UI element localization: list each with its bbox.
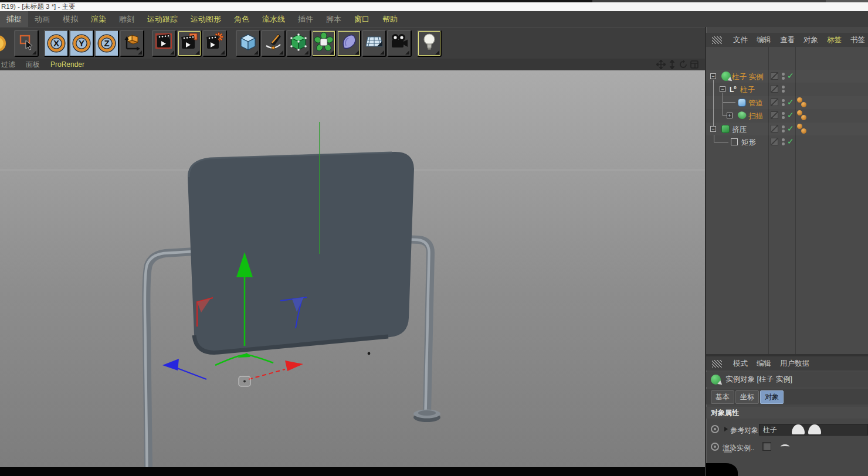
om-menu-edit[interactable]: 编辑 — [757, 35, 771, 45]
object-label[interactable]: 矩形 — [741, 138, 756, 148]
menu-item-mograph[interactable]: 运动图形 — [184, 11, 228, 27]
tab-basic[interactable]: 基本 — [711, 390, 734, 404]
menu-item-sculpt[interactable]: 雕刻 — [113, 11, 141, 27]
menu-item-window[interactable]: 窗口 — [348, 11, 376, 27]
viewport-zoom-icon[interactable] — [667, 60, 677, 69]
tree-row-pillar[interactable]: − L0 柱子 — [706, 83, 868, 96]
visibility-dots-icon[interactable] — [782, 138, 785, 146]
add-camera-button[interactable] — [387, 30, 412, 57]
keyframe-radio-icon[interactable] — [711, 425, 719, 433]
layer-swatch-icon[interactable] — [771, 85, 778, 93]
menu-item-pipeline[interactable]: 流水线 — [256, 11, 291, 27]
add-deformer-button[interactable] — [337, 30, 361, 57]
om-menu-tags[interactable]: 标签 — [827, 35, 842, 45]
panel-grip-icon[interactable] — [712, 360, 722, 368]
gizmo-z-axis[interactable] — [177, 368, 206, 379]
object-label[interactable]: 扫描 — [748, 111, 763, 121]
lock-z-axis-button[interactable]: Z — [94, 30, 119, 57]
tree-row-pillar-instance[interactable]: − 柱子 实例 ✓ — [706, 70, 868, 83]
menu-item-character[interactable]: 角色 — [228, 11, 256, 27]
expander-icon[interactable]: − — [720, 86, 725, 92]
panel-grip-icon[interactable] — [712, 36, 722, 44]
menu-item-plugins[interactable]: 插件 — [291, 11, 320, 27]
viewport-maximize-icon[interactable] — [690, 60, 699, 69]
menu-item-help[interactable]: 帮助 — [376, 11, 404, 27]
add-environment-button[interactable] — [362, 30, 386, 57]
keyframe-radio-icon[interactable] — [711, 443, 719, 451]
layer-swatch-icon[interactable] — [771, 111, 778, 119]
reference-object-row: 参考对象 柱子 — [706, 422, 868, 437]
instance-object-icon — [711, 375, 721, 385]
layer-swatch-icon[interactable] — [771, 72, 778, 80]
visibility-dots-icon[interactable] — [782, 125, 785, 133]
layer-swatch-icon[interactable] — [771, 98, 778, 106]
expander-icon[interactable]: − — [710, 73, 716, 79]
add-light-button[interactable] — [417, 30, 442, 57]
tree-row-rectangle[interactable]: 矩形 ✓ — [706, 135, 868, 148]
menu-item-script[interactable]: 脚本 — [320, 11, 348, 27]
tree-row-tube[interactable]: 管道 ✓ — [706, 96, 868, 109]
attribute-title-row: 实例对象 [柱子 实例] — [706, 372, 868, 387]
om-menu-view[interactable]: 查看 — [780, 35, 795, 45]
am-menu-edit[interactable]: 编辑 — [757, 359, 771, 369]
render-settings-button[interactable] — [202, 30, 227, 57]
gizmo-x-axis[interactable] — [249, 369, 285, 379]
tag-icons[interactable] — [797, 123, 809, 135]
enable-check-icon[interactable]: ✓ — [787, 137, 794, 146]
object-label[interactable]: 挤压 — [732, 125, 747, 135]
visibility-dots-icon[interactable] — [782, 73, 785, 80]
viewport-menu-panel[interactable]: 面板 — [26, 60, 40, 70]
viewport-3d[interactable] — [0, 70, 705, 467]
live-selection-icon[interactable] — [0, 30, 9, 57]
expander-icon[interactable]: + — [727, 113, 733, 118]
cinema4d-window: R19) - [未标题 3 *] - 主要 捕捉 动画 模拟 渲染 雕刻 运动跟… — [0, 0, 868, 476]
expander-icon[interactable]: − — [710, 126, 716, 132]
enable-check-icon[interactable]: ✓ — [787, 71, 794, 80]
render-instance-row: 渲染实例.. — [706, 440, 868, 455]
viewport-move-icon[interactable] — [656, 60, 666, 69]
visibility-dots-icon[interactable] — [782, 112, 785, 120]
enable-check-icon[interactable]: ✓ — [787, 124, 794, 133]
coordinate-system-button[interactable] — [120, 30, 144, 57]
add-generator-button[interactable] — [286, 30, 311, 57]
object-label[interactable]: 管道 — [748, 98, 763, 108]
add-mograph-button[interactable] — [311, 30, 336, 57]
render-instance-checkbox[interactable] — [762, 442, 771, 451]
rectangle-selection-button[interactable] — [14, 30, 39, 57]
visibility-dots-icon[interactable] — [782, 86, 785, 93]
am-menu-mode[interactable]: 模式 — [733, 359, 748, 369]
layer-swatch-icon[interactable] — [771, 125, 778, 132]
viewport-menu-prorender[interactable]: ProRender — [50, 60, 84, 69]
om-menu-object[interactable]: 对象 — [803, 35, 818, 45]
am-menu-userdata[interactable]: 用户数据 — [780, 359, 809, 369]
panel-object[interactable] — [188, 152, 414, 353]
tree-row-extrude[interactable]: − 挤压 ✓ — [706, 123, 868, 135]
enable-check-icon[interactable]: ✓ — [787, 97, 794, 107]
om-menu-file[interactable]: 文件 — [733, 35, 748, 45]
lock-x-axis-button[interactable]: X — [44, 30, 69, 57]
tab-coordinates[interactable]: 坐标 — [735, 390, 759, 404]
menu-item-animate[interactable]: 动画 — [28, 11, 56, 27]
add-spline-button[interactable] — [261, 30, 286, 57]
menu-item-snap[interactable]: 捕捉 — [0, 11, 28, 27]
lock-y-axis-button[interactable]: Y — [69, 30, 94, 57]
add-cube-button[interactable] — [236, 30, 260, 57]
render-picture-viewer-button[interactable] — [177, 30, 202, 57]
expand-triangle-icon[interactable] — [724, 427, 728, 431]
viewport-rotate-icon[interactable] — [679, 60, 688, 69]
object-label[interactable]: 柱子 — [740, 85, 755, 95]
render-view-button[interactable] — [152, 30, 177, 57]
menu-item-render[interactable]: 渲染 — [84, 11, 113, 27]
tab-object[interactable]: 对象 — [760, 390, 784, 404]
menu-item-simulate[interactable]: 模拟 — [56, 11, 84, 27]
tree-row-sweep[interactable]: + 扫描 ✓ — [706, 109, 868, 122]
object-label[interactable]: 柱子 实例 — [732, 72, 763, 82]
visibility-dots-icon[interactable] — [782, 99, 785, 107]
tag-icons[interactable] — [797, 110, 809, 121]
om-menu-bookmark[interactable]: 书签 — [850, 35, 865, 45]
layer-swatch-icon[interactable] — [771, 138, 778, 145]
viewport-menu-filter[interactable]: 过滤 — [1, 60, 15, 70]
tag-icons[interactable] — [797, 97, 809, 108]
menu-item-motion-track[interactable]: 运动跟踪 — [141, 11, 184, 27]
enable-check-icon[interactable]: ✓ — [787, 110, 794, 120]
